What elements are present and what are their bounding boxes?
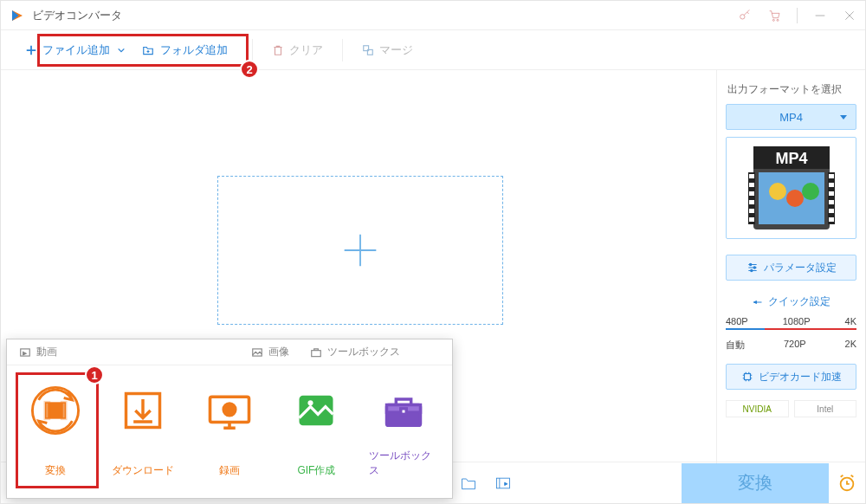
convert-label: 変換 (738, 471, 772, 494)
param-settings-label: パラメータ設定 (764, 261, 837, 275)
trash-icon (272, 44, 284, 56)
tab-tools-label: ツールボックス (327, 345, 400, 359)
mp4-preview-icon: MP4 (740, 141, 843, 235)
svg-point-43 (308, 400, 313, 405)
toolbar: 2 ファイル追加 フォルダ追加 クリア マージ (1, 30, 865, 70)
svg-rect-34 (312, 350, 321, 356)
svg-point-1 (772, 19, 774, 21)
svg-rect-46 (401, 409, 407, 415)
popover-tabs: 動画 画像 ツールボックス (7, 339, 452, 365)
quick-settings-label: クイック設定 (768, 294, 830, 309)
tab-video-label: 動画 (36, 345, 57, 359)
app-title: ビデオコンバータ (32, 8, 738, 23)
q-1080p[interactable]: 1080P (783, 316, 811, 326)
category-record[interactable]: 録画 (191, 378, 268, 483)
svg-rect-30 (497, 478, 510, 488)
q-720p[interactable]: 720P (784, 339, 806, 352)
svg-rect-38 (61, 402, 66, 418)
clear-button[interactable]: クリア (265, 36, 330, 65)
add-file-group: ファイル追加 フォルダ追加 (13, 36, 240, 65)
film-icon (19, 346, 31, 359)
category-gif[interactable]: GIF作成 (278, 378, 354, 483)
popover-tab-image[interactable]: 画像 (251, 345, 289, 359)
category-toolbox[interactable]: ツールボックス (365, 378, 442, 483)
merge-icon (362, 44, 374, 56)
record-icon (206, 387, 253, 434)
svg-rect-20 (829, 174, 834, 178)
add-folder-button[interactable]: フォルダ追加 (134, 36, 235, 65)
gpu-accel-button[interactable]: ビデオカード加速 (726, 364, 856, 390)
category-gif-label: GIF作成 (297, 463, 335, 478)
add-file-button[interactable]: ファイル追加 (18, 36, 117, 65)
merge-label: マージ (379, 42, 413, 58)
category-download[interactable]: ダウンロード (104, 378, 180, 483)
popover-items: 1 変換 ダウンロード 録画 (7, 365, 452, 495)
category-convert[interactable]: 1 変換 (17, 378, 94, 483)
format-title: 出力フォーマットを選択 (727, 82, 856, 97)
vendor-nvidia: NVIDIA (726, 400, 789, 417)
category-popover: 動画 画像 ツールボックス 1 変換 (6, 339, 453, 499)
plus-large-icon (341, 231, 379, 269)
drop-zone[interactable] (217, 176, 503, 325)
q-auto[interactable]: 自動 (726, 339, 745, 352)
category-convert-label: 変換 (45, 463, 66, 478)
svg-point-27 (753, 267, 755, 268)
q-4k[interactable]: 4K (845, 316, 856, 326)
svg-rect-14 (749, 174, 754, 178)
format-preview[interactable]: MP4 (726, 137, 856, 239)
svg-rect-15 (749, 183, 754, 187)
svg-rect-21 (829, 183, 834, 187)
format-selected-label: MP4 (779, 111, 803, 124)
add-folder-label: フォルダ追加 (160, 42, 228, 58)
category-record-label: 録画 (219, 463, 240, 478)
svg-point-11 (802, 183, 819, 200)
merge-button[interactable]: マージ (355, 36, 420, 65)
svg-rect-29 (744, 374, 750, 380)
chip-icon (741, 371, 753, 383)
open-folder-button[interactable] (460, 475, 477, 492)
tab-image-label: 画像 (268, 345, 289, 359)
toolbox-large-icon (381, 388, 426, 433)
quick-row-2: 自動 720P 2K (726, 339, 856, 352)
minimize-button[interactable] (813, 9, 827, 23)
plus-icon (25, 44, 37, 56)
download-icon (120, 388, 165, 433)
svg-rect-17 (749, 200, 754, 204)
popover-tab-tools[interactable]: ツールボックス (310, 345, 400, 359)
format-select[interactable]: MP4 (726, 104, 856, 130)
convert-icon (30, 385, 81, 436)
svg-rect-23 (829, 200, 834, 204)
svg-point-26 (749, 263, 751, 265)
folder-plus-icon (141, 44, 155, 56)
vendor-intel: Intel (794, 400, 857, 417)
close-button[interactable] (843, 9, 856, 23)
output-list-button[interactable] (494, 475, 512, 492)
category-toolbox-label: ツールボックス (369, 449, 438, 478)
sidebar: 出力フォーマットを選択 MP4 MP4 パラメータ設定 クイック設 (716, 70, 865, 463)
svg-rect-24 (829, 209, 834, 213)
svg-point-0 (740, 14, 745, 18)
gif-make-icon (294, 388, 339, 433)
cart-icon[interactable] (767, 9, 781, 23)
svg-rect-19 (749, 217, 754, 222)
app-logo-icon (10, 8, 25, 23)
svg-point-2 (777, 19, 779, 21)
svg-text:MP4: MP4 (775, 150, 807, 167)
scheduler-button[interactable] (829, 474, 865, 493)
param-settings-button[interactable]: パラメータ設定 (726, 255, 856, 281)
clear-label: クリア (289, 42, 323, 58)
key-icon[interactable] (738, 9, 752, 23)
convert-button[interactable]: 変換 (682, 463, 829, 503)
svg-point-41 (223, 404, 236, 416)
image-icon (251, 346, 263, 359)
popover-tab-video[interactable]: 動画 (19, 345, 57, 359)
svg-rect-13 (828, 172, 835, 224)
q-480p[interactable]: 480P (726, 316, 748, 326)
sliders-icon (746, 262, 759, 274)
add-file-dropdown-icon[interactable] (117, 46, 126, 55)
svg-rect-25 (829, 217, 834, 222)
svg-point-9 (769, 183, 786, 200)
svg-rect-12 (748, 172, 755, 224)
q-2k[interactable]: 2K (845, 339, 856, 352)
svg-rect-18 (749, 209, 754, 213)
